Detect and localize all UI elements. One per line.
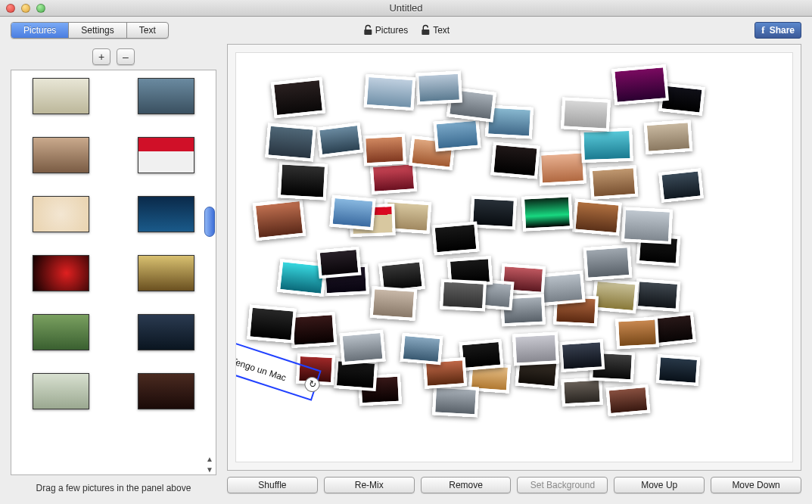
add-picture-button[interactable]: + xyxy=(92,48,110,65)
collage-photo[interactable] xyxy=(561,97,611,131)
sidebar-hint: Drag a few pictures in the panel above xyxy=(11,475,216,493)
thumbnail[interactable] xyxy=(33,78,89,114)
collage-photo[interactable] xyxy=(644,120,693,154)
thumbnail[interactable] xyxy=(33,255,89,291)
thumbnail[interactable] xyxy=(138,314,194,350)
thumbnail[interactable] xyxy=(33,196,89,232)
collage-photo[interactable] xyxy=(253,198,306,241)
thumbnail-grid[interactable]: ▲ ▼ xyxy=(11,70,216,475)
svg-rect-1 xyxy=(422,30,429,35)
collage-photo[interactable] xyxy=(658,168,704,203)
collage-photo[interactable] xyxy=(590,165,639,200)
lock-pictures-toggle[interactable]: Pictures xyxy=(362,24,408,36)
collage-photo[interactable] xyxy=(580,128,633,163)
collage-photo[interactable] xyxy=(559,339,605,372)
rotate-handle-icon[interactable]: ↻ xyxy=(303,375,322,394)
lock-toggles: Pictures Text xyxy=(362,24,450,36)
remove-picture-button[interactable]: – xyxy=(117,48,135,65)
collage-photo[interactable] xyxy=(431,221,479,255)
unlock-icon xyxy=(420,24,431,36)
collage-photo[interactable] xyxy=(362,134,406,166)
thumbnail[interactable] xyxy=(33,137,89,173)
move-up-button[interactable]: Move Up xyxy=(614,477,705,493)
collage-photo[interactable] xyxy=(490,142,540,179)
sidebar: + – ▲ ▼ Drag a few pictures in the panel… xyxy=(11,44,216,493)
thumbnail[interactable] xyxy=(138,255,194,291)
collage-photo[interactable] xyxy=(433,117,481,151)
collage-photo[interactable] xyxy=(265,123,316,161)
tab-text[interactable]: Text xyxy=(126,23,168,38)
collage-photo[interactable] xyxy=(370,161,418,194)
unlock-icon xyxy=(362,24,373,36)
collage-photo[interactable] xyxy=(621,207,673,244)
text-content: Tengo un Mac xyxy=(235,356,288,384)
thumbnail[interactable] xyxy=(138,137,194,173)
collage-photo[interactable] xyxy=(364,74,416,110)
tab-pictures[interactable]: Pictures xyxy=(11,23,68,38)
collage-photo[interactable] xyxy=(271,77,326,119)
collage-photo[interactable] xyxy=(605,384,650,417)
remove-button[interactable]: Remove xyxy=(421,477,512,493)
thumbnail[interactable] xyxy=(138,196,194,232)
collage-photo[interactable] xyxy=(290,312,338,348)
panel-tabs: Pictures Settings Text xyxy=(11,22,169,39)
selected-text-element[interactable]: Tengo un Mac ↻ xyxy=(235,341,322,401)
thumbnail[interactable] xyxy=(138,373,194,409)
tab-settings[interactable]: Settings xyxy=(68,23,126,38)
toolbar: Shuffle Re-Mix Remove Set Background Mov… xyxy=(227,477,801,493)
svg-rect-0 xyxy=(364,30,372,35)
collage-photo[interactable] xyxy=(370,286,418,321)
collage-photo[interactable] xyxy=(538,150,586,185)
collage-photo[interactable] xyxy=(611,64,669,105)
collage-photo[interactable] xyxy=(329,195,375,231)
collage-photo[interactable] xyxy=(635,278,681,312)
collage-photo[interactable] xyxy=(572,198,622,235)
collage-photo[interactable] xyxy=(583,244,633,281)
collage-photo[interactable] xyxy=(278,161,328,200)
canvas-frame: Tengo un Mac ↻ xyxy=(227,44,801,471)
share-label: Share xyxy=(770,25,795,36)
thumbnail[interactable] xyxy=(33,314,89,350)
lock-text-label: Text xyxy=(433,25,450,36)
lock-text-toggle[interactable]: Text xyxy=(420,24,450,36)
shuffle-button[interactable]: Shuffle xyxy=(227,477,318,493)
set-background-button[interactable]: Set Background xyxy=(517,477,608,493)
collage-photo[interactable] xyxy=(432,384,479,417)
scrollbar-thumb[interactable] xyxy=(204,207,215,237)
window-title: Untitled xyxy=(0,2,812,14)
collage-photo[interactable] xyxy=(656,354,701,386)
scroll-up-icon[interactable]: ▲ xyxy=(206,455,213,462)
facebook-share-button[interactable]: fShare xyxy=(754,22,801,39)
facebook-icon: f xyxy=(761,24,764,36)
collage-photo[interactable] xyxy=(512,331,559,366)
collage-canvas[interactable]: Tengo un Mac ↻ xyxy=(235,52,793,462)
collage-photo[interactable] xyxy=(615,317,659,350)
move-down-button[interactable]: Move Down xyxy=(711,477,801,493)
collage-photo[interactable] xyxy=(521,194,573,231)
collage-photo[interactable] xyxy=(247,304,297,343)
collage-photo[interactable] xyxy=(561,378,603,407)
thumbnail[interactable] xyxy=(138,78,194,114)
collage-photo[interactable] xyxy=(440,278,487,311)
collage-photo[interactable] xyxy=(415,70,462,104)
lock-pictures-label: Pictures xyxy=(375,25,408,36)
collage-photo[interactable] xyxy=(316,123,363,158)
collage-photo[interactable] xyxy=(400,333,443,366)
collage-photo[interactable] xyxy=(592,278,638,314)
remix-button[interactable]: Re-Mix xyxy=(324,477,415,493)
window-titlebar: Untitled xyxy=(0,0,812,17)
collage-photo[interactable] xyxy=(316,247,361,279)
scroll-down-icon[interactable]: ▼ xyxy=(206,465,213,473)
collage-photo[interactable] xyxy=(339,330,385,366)
thumbnail[interactable] xyxy=(33,373,89,409)
